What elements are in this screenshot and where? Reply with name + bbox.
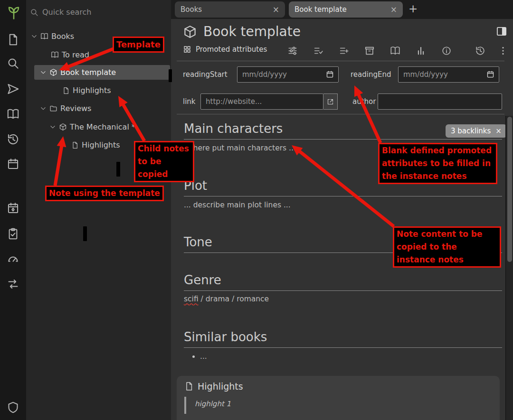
- bullet-icon: [192, 355, 195, 358]
- book-icon: [51, 51, 59, 59]
- open-books-icon[interactable]: [7, 108, 19, 121]
- owned-attributes-list-icon[interactable]: [313, 46, 323, 56]
- author-text-input[interactable]: [378, 93, 502, 110]
- ribbon-divider: [177, 61, 504, 61]
- tab-label: Books: [180, 5, 202, 14]
- ribbon-tab-promoted-attributes[interactable]: Promoted attributes: [183, 45, 267, 54]
- section-body-plot[interactable]: ... describe main plot lines ...: [184, 201, 291, 209]
- annotation-blank-attrs: Blank defined promoted attributes to be …: [378, 143, 497, 184]
- tree-item-books[interactable]: Books: [31, 29, 74, 44]
- book-properties-icon[interactable]: [390, 46, 400, 56]
- basic-properties-sliders-icon[interactable]: [287, 46, 298, 56]
- note-icon: [62, 87, 70, 94]
- tab-books[interactable]: Books ×: [175, 1, 285, 18]
- stray-mark: [83, 226, 87, 241]
- section-body-genre[interactable]: scifi / drama / romance: [184, 295, 269, 303]
- template-cube-icon: [49, 68, 57, 76]
- chevron-down-icon[interactable]: [40, 69, 47, 76]
- scrollbar-track[interactable]: [505, 116, 513, 420]
- search-icon[interactable]: [7, 57, 19, 70]
- note-icon: [71, 141, 79, 149]
- stray-mark: [169, 69, 172, 82]
- chevron-down-icon[interactable]: [40, 105, 47, 112]
- tab-bar: Books × Book template × +: [171, 0, 513, 19]
- inherited-attributes-list-plus-icon[interactable]: [339, 46, 349, 56]
- section-body-main-characters[interactable]: ... here put main characters ...: [184, 144, 296, 152]
- protected-session-icon[interactable]: [7, 401, 19, 414]
- link-url-input[interactable]: [200, 93, 323, 110]
- bullet-list-item[interactable]: ...: [192, 352, 207, 361]
- backlinks-badge[interactable]: 3 backlinks ×: [446, 124, 507, 138]
- new-tab-button[interactable]: +: [408, 2, 418, 15]
- new-note-icon[interactable]: [7, 33, 19, 46]
- tree-item-highlights-2[interactable]: Highlights: [71, 138, 120, 152]
- calendar-icon[interactable]: [7, 158, 19, 170]
- launcher-bar: [0, 0, 26, 420]
- tree-item-label: The Mechanical *: [70, 122, 135, 131]
- readingStart-date-input[interactable]: [237, 66, 339, 83]
- tree-item-label: Reviews: [60, 104, 91, 113]
- quote-bar: [184, 397, 186, 414]
- special-calendar-icon[interactable]: [7, 202, 19, 215]
- folder-icon: [49, 104, 57, 112]
- jump-to-note-icon[interactable]: [7, 83, 19, 95]
- quick-search-input[interactable]: [42, 8, 147, 17]
- revisions-history-icon[interactable]: [475, 46, 485, 56]
- recent-changes-icon[interactable]: [7, 133, 19, 146]
- child-note-quote[interactable]: highlght 1: [195, 400, 231, 408]
- tab-label: Book template: [294, 5, 347, 14]
- close-icon[interactable]: ×: [268, 5, 279, 14]
- book-icon: [40, 32, 48, 40]
- tree-item-to-read[interactable]: To read: [51, 47, 89, 62]
- note-detail-panel: Books × Book template × + Book template …: [171, 0, 513, 420]
- tree-item-label: To read: [62, 50, 89, 59]
- note-icon: [184, 382, 194, 391]
- note-stats-chart-icon[interactable]: [416, 46, 426, 56]
- section-heading-genre[interactable]: Genre: [184, 273, 502, 291]
- quick-search[interactable]: [30, 8, 147, 17]
- child-note-title[interactable]: Highlights: [198, 381, 243, 392]
- misspelled-word: scifi: [184, 295, 199, 303]
- dashboard-icon[interactable]: [7, 252, 19, 265]
- task-list-icon[interactable]: [7, 227, 19, 240]
- bullet-text: ...: [200, 352, 207, 361]
- attr-label-author: author: [352, 97, 376, 106]
- attributes-divider: [177, 114, 504, 114]
- archive-box-icon[interactable]: [364, 46, 375, 56]
- annotation-note-using: Note using the template: [45, 186, 164, 201]
- split-pane-icon[interactable]: [496, 27, 507, 36]
- annotation-note-content: Note content to be copied to the instanc…: [393, 226, 501, 268]
- close-icon[interactable]: ×: [495, 127, 502, 135]
- chevron-down-icon[interactable]: [31, 33, 38, 40]
- readingEnd-date-input[interactable]: [398, 66, 499, 83]
- stray-mark: [116, 162, 120, 177]
- section-heading-similar-books[interactable]: Similar books: [184, 330, 502, 348]
- attr-label-readingStart: readingStart: [183, 70, 228, 79]
- ribbon-tab-label: Promoted attributes: [196, 45, 267, 54]
- tree-item-highlights-1[interactable]: Highlights: [62, 83, 111, 98]
- backlinks-count: 3 backlinks: [451, 127, 491, 135]
- note-title[interactable]: Book template: [203, 24, 301, 39]
- search-icon: [30, 8, 38, 17]
- note-type-cube-icon: [183, 25, 197, 39]
- tree-item-label: Highlights: [73, 86, 111, 95]
- annotation-child-notes: Child notes to be copied: [134, 141, 194, 182]
- annotation-template: Template: [113, 37, 164, 53]
- tab-book-template[interactable]: Book template ×: [289, 1, 403, 18]
- tree-item-label: Books: [51, 32, 74, 41]
- chevron-down-icon[interactable]: [49, 124, 56, 131]
- open-link-button[interactable]: [323, 93, 338, 110]
- note-tree-panel: Books To read Book template Highlights R…: [26, 0, 171, 420]
- attr-label-readingEnd: readingEnd: [351, 70, 391, 79]
- menu-dots-icon[interactable]: [498, 46, 508, 56]
- zen-mode-icon[interactable]: [7, 278, 19, 290]
- tree-item-book-template[interactable]: Book template: [34, 65, 170, 80]
- tree-item-the-mechanical[interactable]: The Mechanical *: [49, 120, 135, 134]
- note-info-icon[interactable]: [441, 46, 452, 56]
- trilium-logo-icon[interactable]: [7, 6, 21, 20]
- scrollbar-thumb[interactable]: [507, 117, 512, 262]
- close-icon[interactable]: ×: [386, 5, 397, 14]
- attr-label-link: link: [183, 97, 196, 106]
- child-note-card[interactable]: Highlights highlght 1: [177, 376, 500, 420]
- tree-item-reviews[interactable]: Reviews: [40, 101, 91, 116]
